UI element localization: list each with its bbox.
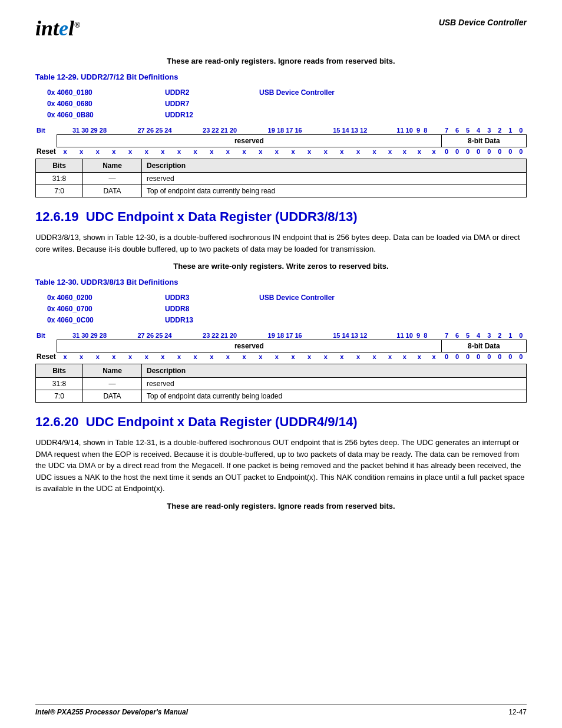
section-20-heading: 12.6.20 UDC Endpoint x Data Register (UD… (35, 414, 527, 430)
table-30-controller: USB Device Controller (259, 292, 527, 327)
page-header: intel® USB Device Controller (35, 18, 527, 39)
table-29-controller: USB Device Controller (259, 87, 527, 121)
field-row-29: reserved 8-bit Data (35, 134, 527, 147)
desc-header-row-30: Bits Name Description (36, 364, 527, 378)
table-29-title: Table 12-29. UDDR2/7/12 Bit Definitions (35, 73, 527, 81)
col-name-29: Name (83, 159, 142, 173)
table-30-reg-names: UDDR3 UDDR8 UDDR13 (165, 292, 259, 327)
reset-row-30: Reset xxxx xxxx xxxx xxxx xxxx xxxx 0 0 … (35, 352, 527, 361)
read-only-note-1: These are read-only registers. Ignore re… (35, 57, 527, 65)
table-29-addresses: 0x 4060_0180 0x 4060_0680 0x 4060_0B80 (47, 87, 165, 121)
col-bits-30: Bits (36, 364, 83, 378)
col-desc-29: Description (142, 159, 527, 173)
col-name-30: Name (83, 364, 142, 378)
desc-header-row-29: Bits Name Description (36, 159, 527, 173)
col-desc-30: Description (142, 364, 527, 378)
field-label-30 (35, 340, 57, 352)
footer-left: Intel® PXA255 Processor Developer's Manu… (35, 708, 188, 716)
write-note-19: These are write-only registers. Write ze… (35, 262, 527, 271)
desc-table-29: Bits Name Description 31:8 — reserved 7:… (35, 159, 527, 197)
desc-table-30: Bits Name Description 31:8 — reserved 7:… (35, 364, 527, 403)
table-29-reg-names: UDDR2 UDDR7 UDDR12 (165, 87, 259, 121)
header-title: USB Device Controller (439, 18, 527, 27)
footer-right: 12-47 (508, 708, 527, 716)
bit-header-row-30: Bit 31 30 29 28 27 26 25 24 23 22 21 20 … (35, 331, 527, 340)
table-row: 31:8 — reserved (36, 173, 527, 185)
table-30-title: Table 12-30. UDDR3/8/13 Bit Definitions (35, 278, 527, 286)
section-20-body: UDDR4/9/14, shown in Table 12-31, is a d… (35, 437, 527, 495)
reset-row-29: Reset xxxx xxxx xxxx xxxx xxxx xxxx 0 0 … (35, 147, 527, 156)
read-only-note-20: These are read-only registers. Ignore re… (35, 502, 527, 510)
table-30-reg-info: 0x 4060_0200 0x 4060_0700 0x 4060_0C00 U… (47, 292, 527, 327)
table-row: 7:0 DATA Top of endpoint data currently … (36, 390, 527, 403)
bit-label-29: Bit (35, 126, 57, 135)
table-row: 31:8 — reserved (36, 378, 527, 390)
col-bits-29: Bits (36, 159, 83, 173)
page-footer: Intel® PXA255 Processor Developer's Manu… (35, 704, 527, 716)
table-30-addresses: 0x 4060_0200 0x 4060_0700 0x 4060_0C00 (47, 292, 165, 327)
bit-label-30: Bit (35, 331, 57, 340)
field-label-29 (35, 134, 57, 147)
section-19-heading: 12.6.19 UDC Endpoint x Data Register (UD… (35, 209, 527, 225)
table-29-bit-table: Bit 31 30 29 28 27 26 25 24 23 22 21 20 … (35, 126, 527, 157)
bit-header-row-29: Bit 31 30 29 28 27 26 25 24 23 22 21 20 … (35, 126, 527, 135)
intel-logo: intel® (35, 18, 81, 39)
table-row: 7:0 DATA Top of endpoint data currently … (36, 185, 527, 197)
field-row-30: reserved 8-bit Data (35, 340, 527, 352)
table-30-bit-table: Bit 31 30 29 28 27 26 25 24 23 22 21 20 … (35, 331, 527, 362)
table-29-reg-info: 0x 4060_0180 0x 4060_0680 0x 4060_0B80 U… (47, 87, 527, 121)
section-19-body: UDDR3/8/13, shown in Table 12-30, is a d… (35, 232, 527, 255)
